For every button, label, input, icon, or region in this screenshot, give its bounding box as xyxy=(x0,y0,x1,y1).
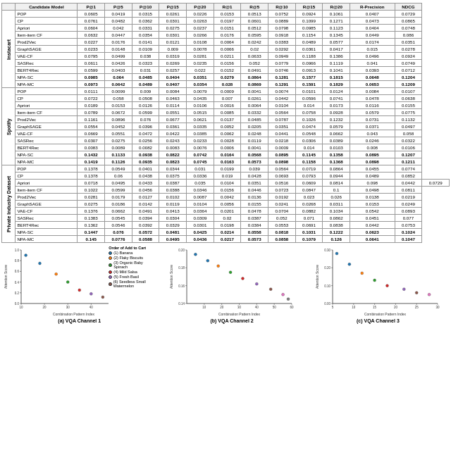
model-name: NPA-MC xyxy=(16,236,78,243)
metric-value: 0.0795 xyxy=(78,53,105,60)
metric-value: 0.0176 xyxy=(214,32,241,39)
metric-value: 0.0009 xyxy=(268,144,296,151)
metric-value: 0.0949 xyxy=(268,53,296,60)
table-row: NPA-MC0.14190.11260.09350.08230.07450.01… xyxy=(2,158,450,165)
metric-value: 0.0141 xyxy=(132,39,159,46)
metric-value: 0.0573 xyxy=(241,236,268,243)
model-name: GraphSAGE xyxy=(16,201,78,208)
metric-value: 0.0426 xyxy=(105,60,132,67)
metric-value: 0.0346 xyxy=(187,187,214,194)
table-row: VAE-CF0.07950.04990.0380.03190.02810.021… xyxy=(2,53,450,60)
metric-value: 0.0599 xyxy=(105,187,132,194)
metric-value: 0.1232 xyxy=(323,116,350,123)
legend-dot xyxy=(109,251,112,255)
metric-value: 0.1222 xyxy=(323,229,350,236)
metric-value: 0.0323 xyxy=(132,60,159,67)
col-header-12: NDCG xyxy=(395,4,422,11)
x-tick-label: 10 xyxy=(352,306,356,309)
metric-value: 0.1368 xyxy=(323,158,350,165)
metric-value: 0.0084 xyxy=(350,88,395,95)
model-name: NPA-SC xyxy=(16,74,78,81)
chart-0: 0.00.20.40.60.81.01020304050Attention Sc… xyxy=(1,246,157,323)
x-tick-label: 40 xyxy=(254,306,259,309)
model-name: Prod2Vec xyxy=(16,116,78,123)
metric-value: 0.0219 xyxy=(395,194,422,201)
table-row: VAE-CF0.06690.05510.04720.04220.03850.00… xyxy=(2,130,450,137)
metric-value: 0.126 xyxy=(323,236,350,243)
metric-value: 0.0111 xyxy=(78,88,105,95)
chart-legend: Order of Add to Cart (1) Banana(2) Flaky… xyxy=(109,246,157,289)
group-col-header xyxy=(2,4,16,11)
metric-value: 0.0669 xyxy=(78,130,105,137)
metric-value: 0.0913 xyxy=(295,67,323,74)
metric-value: 0.0394 xyxy=(132,215,159,222)
metric-value: 0.0109 xyxy=(132,46,159,53)
metric-value: 0.0858 xyxy=(268,236,296,243)
metric-value: 0.023 xyxy=(295,194,323,201)
x-tick-label: 50 xyxy=(272,306,276,309)
metric-value: 0.0491 xyxy=(241,67,268,74)
metric-value: 0.043 xyxy=(350,130,395,137)
metric-value: 0.1133 xyxy=(105,151,132,158)
table-row: NPA-MC0.1450.07760.05880.04950.04360.021… xyxy=(2,236,450,243)
metric-value: 0.0102 xyxy=(159,194,187,201)
col-header-1: P@1 xyxy=(78,4,105,11)
metric-value: 0.1376 xyxy=(78,208,105,215)
metric-value: 0.0106 xyxy=(187,102,214,109)
metric-value: 0.0425 xyxy=(187,229,214,236)
metric-value: 0.0693 xyxy=(268,173,296,180)
model-name: BERT4Rec xyxy=(16,144,78,151)
metric-value: 0.0573 xyxy=(241,158,268,165)
metric-value: 0.0107 xyxy=(395,88,422,95)
metric-value: 0.019 xyxy=(214,173,241,180)
model-name: NPA-MC xyxy=(16,81,78,88)
x-axis-label: Combination Pattern Index xyxy=(218,312,260,316)
metric-value: 0.0564 xyxy=(268,165,296,173)
model-name: Apriori xyxy=(16,25,78,32)
metric-value: 0.1034 xyxy=(323,208,350,215)
metric-value: 0.0275 xyxy=(105,137,132,144)
legend-title: Order of Add to Cart xyxy=(109,246,157,250)
col-header-9: R@15 xyxy=(295,4,323,11)
metric-value: 0.0742 xyxy=(187,151,214,158)
metric-value: 0.0513 xyxy=(241,11,268,18)
metric-value: 0.0006 xyxy=(214,144,241,151)
model-name: VAE-CF xyxy=(16,130,78,137)
scatter-point xyxy=(55,273,58,275)
metric-value: 0.0722 xyxy=(78,95,105,102)
metric-value: 0.0596 xyxy=(295,95,323,102)
metric-value: 0.0114 xyxy=(159,102,187,109)
metric-value: 0.0433 xyxy=(132,180,159,187)
metric-value: 0.0235 xyxy=(187,60,214,67)
metric-value: 0.0463 xyxy=(159,95,187,102)
metric-value: 0.1211 xyxy=(395,158,422,165)
metric-value: 0.0924 xyxy=(295,11,323,18)
y-tick-label: 0.00 xyxy=(324,302,330,306)
metric-value: 0.0218 xyxy=(268,137,296,144)
metric-value: 0.0862 xyxy=(323,215,350,222)
metric-value: 0.0082 xyxy=(132,144,159,151)
metric-value: 0.0227 xyxy=(78,39,105,46)
metric-value: 0.0918 xyxy=(268,32,296,39)
scatter-point xyxy=(241,277,244,280)
metric-value: 0.1099 xyxy=(295,18,323,25)
metric-value: 0.0403 xyxy=(105,67,132,74)
table-row: Item-item CF0.10220.05990.04560.03880.03… xyxy=(2,187,450,194)
metric-value: 0.0186 xyxy=(105,201,132,208)
metric-value: 0.0447 xyxy=(105,32,132,39)
legend-item: (5) Fresh Basil xyxy=(109,275,157,279)
metric-value: 0.0442 xyxy=(395,180,422,187)
metric-value: 0.0798 xyxy=(268,25,296,32)
metric-value: 0.0387 xyxy=(241,215,268,222)
scatter-point xyxy=(428,293,431,296)
metric-value: 0.0388 xyxy=(159,187,187,194)
metric-value: 0.1022 xyxy=(78,187,105,194)
metric-value: 0.0329 xyxy=(159,222,187,229)
model-name: POP xyxy=(16,11,78,18)
col-header-3: P@10 xyxy=(132,4,159,11)
metric-value: 0.0775 xyxy=(395,109,422,116)
metric-value: 0.0568 xyxy=(241,151,268,158)
metric-value: 0.1358 xyxy=(323,151,350,158)
y-tick-label: 0.10 xyxy=(324,284,330,288)
metric-value: 0.0249 xyxy=(395,201,422,208)
